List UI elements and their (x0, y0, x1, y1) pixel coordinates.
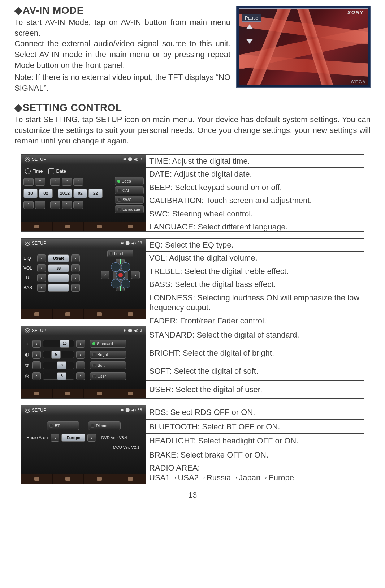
tab-date: Date (56, 168, 66, 174)
setup-screenshot-audio: SETUP ✱ ⚪ ◀) 38 E Q‹USER› VOL‹38› TRE‹› … (21, 239, 146, 319)
desc-brake: BRAKE: Select brake OFF or ON. (146, 448, 364, 462)
desc-vol: VOL: Adjust the digital volume. (146, 252, 364, 265)
status-text: ✱ ⚪ ◀) 38 (121, 241, 142, 245)
desc-beep: BEEP: Select keypad sound on or off. (146, 181, 364, 194)
eq-value: USER (48, 254, 69, 262)
bottom-icon (65, 392, 70, 395)
contrast-icon: ◐ (23, 351, 30, 358)
desc-date: DATE: Adjust the digital date. (146, 168, 364, 181)
desc-language: LANGUAGE: Select different language. (146, 220, 364, 233)
status-text: ✱ ⚪ ◀) 3 (123, 157, 142, 161)
bottom-icon (65, 312, 70, 316)
label-vol: VOL (23, 266, 35, 271)
page-number: 13 (14, 490, 371, 500)
desc-eq: EQ: Select the EQ type. (146, 239, 364, 252)
desc-treble: TREBLE: Select the digital treble effect… (146, 265, 364, 278)
bottom-icon (97, 477, 102, 481)
avin-para-3: Note: If there is no external video inpu… (14, 72, 230, 93)
status-text: ✱ ⚪ ◀) 38 (121, 408, 142, 412)
setup-title: SETUP (32, 157, 46, 162)
desc-radio-area: RADIO AREA: USA1→USA2→Russia→Japan→Europ… (146, 462, 364, 484)
desc-headlight: HEADLIGHT: Select headlight OFF or ON. (146, 434, 364, 448)
fader-graphic: ˄ ˅ ‹ › (102, 259, 138, 291)
brand-label: SONY (347, 10, 364, 15)
setup-screenshot-general: SETUP ✱ ⚪ ◀) 3 Time Date ˄˄ ˄˄˄ 10 (21, 155, 146, 231)
desc-user: USER: Select the digital of user. (146, 381, 364, 398)
slider-val: 8 (57, 372, 66, 380)
desc-fader: FADER: Front/rear Fader control. (146, 314, 364, 327)
bottom-icon (34, 392, 39, 395)
up-arrow-icon (246, 24, 253, 29)
date-day: 22 (88, 189, 103, 198)
opt-swc: SWC (122, 198, 132, 202)
setup-block-display: SETUP ✱ ⚪ ◀) 3 ☼‹10›Standard ◐‹5›Bright … (21, 326, 364, 399)
gear-icon (25, 408, 30, 413)
opt-language: Language (122, 207, 140, 211)
opt-beep: Beep (122, 179, 131, 183)
gear-icon (25, 328, 30, 333)
bottom-icon (128, 225, 133, 228)
down-arrow-icon (246, 39, 253, 44)
bottom-icon (34, 312, 39, 316)
desc-time: TIME: Adjust the digital time. (146, 155, 364, 168)
mode-standard: Standard (97, 342, 113, 346)
tint-icon: ◎ (23, 373, 30, 379)
time-min: 02 (39, 189, 53, 198)
opt-loud: Loud (114, 252, 123, 256)
bottom-icon (65, 225, 70, 228)
avin-title: ◆AV-IN MODE (14, 4, 230, 16)
label-eq: E Q (23, 256, 35, 261)
setup-screenshot-display: SETUP ✱ ⚪ ◀) 3 ☼‹10›Standard ◐‹5›Bright … (21, 326, 146, 398)
bottom-icon (97, 392, 102, 395)
setup-title: SETUP (32, 241, 46, 246)
bottom-icon (34, 225, 39, 228)
setup-block-general: SETUP ✱ ⚪ ◀) 3 Time Date ˄˄ ˄˄˄ 10 (21, 154, 364, 232)
pause-label: Pause (242, 14, 261, 22)
mode-user: User (98, 374, 106, 378)
bottom-icon (97, 312, 102, 316)
gear-icon (25, 241, 30, 246)
vol-value: 38 (48, 264, 69, 272)
mode-soft: Soft (98, 363, 105, 368)
setup-block-audio: SETUP ✱ ⚪ ◀) 38 E Q‹USER› VOL‹38› TRE‹› … (21, 238, 364, 319)
desc-bluetooth: BLUETOOTH: Select BT OFF or ON. (146, 420, 364, 434)
label-bas: BAS (23, 285, 35, 290)
gear-icon (25, 157, 30, 162)
date-year: 2012 (58, 189, 72, 198)
opt-cal: CAL (122, 188, 130, 193)
desc-calibration: CALIBRATION: Touch screen and adjustment… (146, 194, 364, 207)
setup-block-system: SETUP ✱ ⚪ ◀) 38 BT Dimmer Radio Area ‹ E… (21, 405, 364, 484)
dvd-version: DVD Ver: V3.4 (101, 435, 127, 440)
desc-loudness: LONDNESS: Selecting loudness ON will emp… (146, 291, 364, 314)
radio-area-value: Europe (61, 434, 85, 442)
calendar-icon (48, 168, 54, 174)
slider-val: 10 (60, 340, 69, 348)
mode-bright: Bright (98, 352, 108, 357)
clock-icon (25, 168, 31, 174)
bottom-icon (128, 312, 133, 316)
desc-soft: SOFT: Select the digital of soft. (146, 362, 364, 380)
toggle-bt: BT (55, 424, 60, 428)
setup-title: SETUP (32, 408, 46, 413)
setting-title: ◆SETTING CONTROL (14, 102, 371, 113)
color-icon: ✿ (23, 362, 30, 369)
bottom-icon (65, 477, 70, 481)
desc-bass: BASS: Select the digital bass effect. (146, 278, 364, 291)
setup-screenshot-system: SETUP ✱ ⚪ ◀) 38 BT Dimmer Radio Area ‹ E… (21, 405, 146, 484)
desc-swc: SWC: Steering wheel control. (146, 207, 364, 221)
avin-para-2: Connect the external audio/video signal … (14, 38, 230, 70)
desc-bright: BRIGHT: Select the digital of bright. (146, 344, 364, 362)
desc-rds: RDS: Select RDS OFF or ON. (146, 405, 364, 420)
bottom-icon (128, 392, 133, 395)
bottom-icon (128, 477, 133, 481)
time-hour: 10 (23, 189, 38, 198)
slider-val: 5 (51, 351, 61, 359)
avin-photo: SONY Pause WEGA (236, 6, 371, 88)
slider-val: 8 (57, 361, 66, 369)
date-month: 02 (73, 189, 87, 198)
toggle-dimmer: Dimmer (96, 424, 110, 428)
label-radio-area: Radio Area (26, 435, 48, 440)
brightness-icon: ☼ (23, 340, 30, 347)
avin-para-1: To start AV-IN Mode, tap on AV-IN button… (14, 17, 230, 38)
setup-title: SETUP (32, 328, 46, 333)
